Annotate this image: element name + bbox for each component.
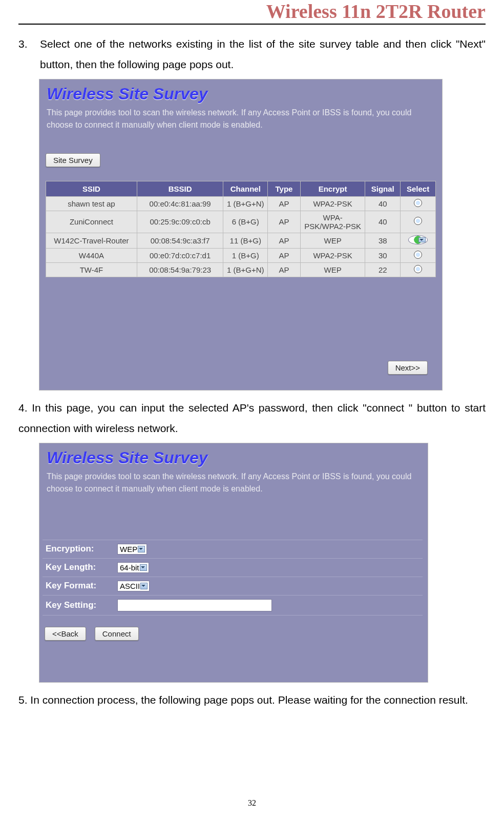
- table-row: ZuniConnect00:25:9c:09:c0:cb6 (B+G)APWPA…: [46, 211, 436, 233]
- step5-paragraph: 5. In connection process, the following …: [18, 690, 486, 710]
- cell-type: AP: [268, 211, 301, 233]
- cell-type: AP: [268, 196, 301, 211]
- panel-title-2: Wireless Site Survey: [39, 443, 428, 469]
- cell-type: AP: [268, 262, 301, 277]
- cell-bssid: 00:08:54:9c:a3:f7: [137, 233, 223, 248]
- back-button[interactable]: <<Back: [45, 627, 86, 641]
- select-radio[interactable]: [414, 251, 422, 259]
- input-key-setting[interactable]: [117, 599, 272, 611]
- cell-signal: 38: [365, 233, 401, 248]
- cell-encrypt: WEP: [300, 233, 365, 248]
- cell-ssid: W142C-Travel-Router: [46, 233, 137, 248]
- cell-ssid: W440A: [46, 248, 137, 262]
- panel-description: This page provides tool to scan the wire…: [39, 106, 442, 131]
- screenshot-site-survey-table: Wireless Site Survey This page provides …: [39, 79, 443, 391]
- cell-bssid: 00:e0:4c:81:aa:99: [137, 196, 223, 211]
- screenshot-connect-form: Wireless Site Survey This page provides …: [39, 443, 428, 683]
- select-radio[interactable]: [414, 217, 422, 225]
- cell-encrypt: WPA-PSK/WPA2-PSK: [300, 211, 365, 233]
- col-signal: Signal: [365, 181, 401, 196]
- page-number: 32: [0, 798, 504, 808]
- col-ssid: SSID: [46, 181, 137, 196]
- step3-text: Select one of the networks existing in t…: [40, 34, 486, 75]
- cell-encrypt: WPA2-PSK: [300, 196, 365, 211]
- panel-title: Wireless Site Survey: [39, 79, 442, 106]
- cell-type: AP: [268, 233, 301, 248]
- label-encryption: Encryption:: [43, 544, 117, 554]
- table-row: shawn test ap00:e0:4c:81:aa:991 (B+G+N)A…: [46, 196, 436, 211]
- cell-bssid: 00:e0:7d:c0:c7:d1: [137, 248, 223, 262]
- cell-bssid: 00:25:9c:09:c0:cb: [137, 211, 223, 233]
- table-row: W142C-Travel-Router00:08:54:9c:a3:f711 (…: [46, 233, 436, 248]
- page-header-title: Wireless 11n 2T2R Router: [18, 0, 486, 24]
- label-key-format: Key Format:: [43, 581, 117, 591]
- table-row: TW-4F00:08:54:9a:79:231 (B+G+N)APWEP22: [46, 262, 436, 277]
- label-key-length: Key Length:: [43, 562, 117, 572]
- header-divider: [18, 24, 486, 25]
- select-encryption[interactable]: WEP: [117, 544, 147, 555]
- cell-select: [401, 248, 436, 262]
- select-radio[interactable]: [414, 265, 422, 273]
- cell-encrypt: WPA2-PSK: [300, 248, 365, 262]
- cell-signal: 40: [365, 211, 401, 233]
- cell-select: [401, 196, 436, 211]
- cell-channel: 1 (B+G): [223, 248, 268, 262]
- step4-text: 4. In this page, you can input the selec…: [18, 402, 486, 434]
- survey-table: SSID BSSID Channel Type Encrypt Signal S…: [46, 181, 436, 277]
- cell-select: [401, 211, 436, 233]
- step3-paragraph: 3. Select one of the networks existing i…: [18, 34, 486, 75]
- col-select: Select: [401, 181, 436, 196]
- cell-encrypt: WEP: [300, 262, 365, 277]
- cell-channel: 11 (B+G): [223, 233, 268, 248]
- cell-select: [401, 233, 436, 248]
- label-key-setting: Key Setting:: [43, 600, 117, 610]
- select-radio[interactable]: [414, 199, 422, 207]
- step5-text: 5. In connection process, the following …: [18, 694, 468, 706]
- select-key-format[interactable]: ASCII: [117, 581, 150, 591]
- cell-ssid: ZuniConnect: [46, 211, 137, 233]
- table-row: W440A00:e0:7d:c0:c7:d11 (B+G)APWPA2-PSK3…: [46, 248, 436, 262]
- panel-description-2: This page provides tool to scan the wire…: [39, 469, 428, 495]
- cell-signal: 22: [365, 262, 401, 277]
- cell-signal: 40: [365, 196, 401, 211]
- step3-number: 3.: [18, 34, 40, 75]
- next-button[interactable]: Next>>: [388, 361, 428, 375]
- cell-bssid: 00:08:54:9a:79:23: [137, 262, 223, 277]
- connect-button[interactable]: Connect: [95, 627, 139, 641]
- col-bssid: BSSID: [137, 181, 223, 196]
- cell-select: [401, 262, 436, 277]
- select-radio[interactable]: [408, 235, 428, 244]
- cell-ssid: shawn test ap: [46, 196, 137, 211]
- site-survey-button[interactable]: Site Survey: [46, 153, 100, 167]
- col-encrypt: Encrypt: [300, 181, 365, 196]
- select-key-length[interactable]: 64-bit: [117, 562, 149, 573]
- col-channel: Channel: [223, 181, 268, 196]
- cell-type: AP: [268, 248, 301, 262]
- step4-paragraph: 4. In this page, you can input the selec…: [18, 398, 486, 439]
- cell-signal: 30: [365, 248, 401, 262]
- cell-channel: 1 (B+G+N): [223, 196, 268, 211]
- cell-ssid: TW-4F: [46, 262, 137, 277]
- col-type: Type: [268, 181, 301, 196]
- cell-channel: 1 (B+G+N): [223, 262, 268, 277]
- cell-channel: 6 (B+G): [223, 211, 268, 233]
